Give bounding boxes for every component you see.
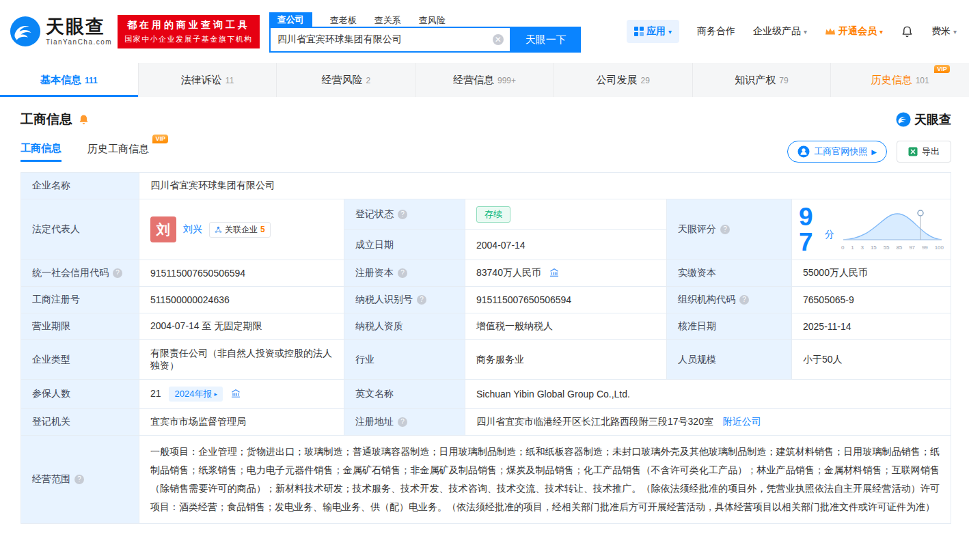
- subtab-business-info[interactable]: 工商信息: [21, 142, 62, 162]
- vip-badge: VIP: [152, 135, 168, 143]
- related-companies-badge[interactable]: 关联企业 5: [209, 222, 271, 238]
- search-tab-boss[interactable]: 查老板: [330, 14, 357, 27]
- insured-count-value: 21: [150, 388, 161, 399]
- address-cell: 四川省宜宾市临港经开区长江北路西段附三段17号320室 附近公司: [465, 409, 951, 436]
- nav-open-vip[interactable]: 开通会员 ▾: [825, 25, 883, 38]
- nav-user[interactable]: 费米 ▾: [931, 25, 957, 38]
- search-tab-risk[interactable]: 查风险: [419, 14, 446, 27]
- nearby-companies-link[interactable]: 附近公司: [723, 416, 761, 427]
- annual-report-badge[interactable]: 2024年报 ▸: [169, 387, 222, 402]
- search-tab-relation[interactable]: 查关系: [374, 14, 401, 27]
- subscribe-bell-icon[interactable]: [78, 114, 90, 126]
- establish-date-label: 成立日期: [344, 230, 465, 260]
- search-button[interactable]: 天眼一下: [511, 27, 581, 53]
- english-name-value: Sichuan Yibin Global Group Co.,Ltd.: [465, 380, 951, 409]
- reg-number-label: 工商注册号: [21, 287, 139, 313]
- taxpayer-quality-label: 纳税人资质: [344, 313, 465, 340]
- legal-rep-link[interactable]: 刘兴: [183, 223, 202, 236]
- nav-cooperation[interactable]: 商务合作: [697, 25, 735, 38]
- tianyan-score-cell[interactable]: 97 分 0131555859799100: [792, 199, 951, 260]
- nav-enterprise-products[interactable]: 企业级产品 ▾: [753, 25, 807, 38]
- search-input[interactable]: [271, 34, 510, 45]
- tab-intellectual-property[interactable]: 知识产权79: [693, 63, 832, 97]
- help-icon[interactable]: ?: [398, 210, 407, 219]
- subtab-row: 工商信息 历史工商信息 VIP 工商官网快照 ▶ 导出: [0, 132, 969, 169]
- industry-value: 商务服务业: [465, 340, 667, 380]
- capital-history-icon[interactable]: [549, 268, 559, 277]
- nav-apps[interactable]: 应用 ▾: [627, 20, 679, 43]
- official-snapshot-button[interactable]: 工商官网快照 ▶: [787, 141, 887, 163]
- taxpayer-id-label-cell: 纳税人识别号?: [344, 287, 465, 313]
- excel-icon: [908, 147, 918, 156]
- reg-capital-cell: 83740万人民币: [465, 260, 667, 287]
- status-value-cell: 存续: [465, 199, 667, 230]
- help-icon[interactable]: ?: [417, 295, 426, 305]
- chevron-down-icon: ▾: [804, 28, 807, 36]
- taxpayer-quality-value: 增值税一般纳税人: [465, 313, 667, 340]
- tab-business-info[interactable]: 经营信息999+: [415, 63, 554, 97]
- grid-icon: [634, 27, 644, 36]
- help-icon[interactable]: ?: [739, 295, 749, 305]
- vip-badge: VIP: [934, 65, 950, 74]
- help-icon[interactable]: ?: [74, 475, 84, 484]
- slogan-line1: 都在用的商业查询工具: [124, 19, 253, 31]
- tab-business-risk[interactable]: 经营风险2: [277, 63, 415, 97]
- uscc-value: 915115007650506594: [139, 260, 344, 287]
- tab-history-info[interactable]: 历史信息101 VIP: [831, 63, 969, 97]
- tianyancha-logo-icon: [10, 16, 41, 47]
- reg-capital-value: 83740万人民币: [476, 267, 541, 278]
- score-label-cell: 天眼评分?: [667, 199, 792, 260]
- help-icon[interactable]: ?: [113, 268, 122, 278]
- relation-graph-icon: [215, 226, 222, 234]
- clear-search-icon[interactable]: ✕: [493, 34, 504, 45]
- help-icon[interactable]: ?: [398, 417, 407, 427]
- business-info-table: 企业名称 四川省宜宾环球集团有限公司 法定代表人 刘 刘兴: [21, 172, 951, 524]
- legal-rep-cell: 刘 刘兴 关联企业 5: [139, 199, 344, 260]
- approval-date-value: 2025-11-14: [792, 313, 951, 340]
- score-value: 97: [799, 204, 819, 255]
- help-icon[interactable]: ?: [720, 225, 730, 234]
- score-chart: 0131555859799100: [841, 208, 944, 251]
- english-name-label: 英文名称: [344, 380, 465, 409]
- section-title: 工商信息: [21, 111, 72, 128]
- reg-capital-label-cell: 注册资本?: [344, 260, 465, 287]
- legal-rep-label: 法定代表人: [21, 199, 139, 260]
- business-term-value: 2004-07-14 至 无固定期限: [139, 313, 344, 340]
- approval-date-label: 核准日期: [667, 313, 792, 340]
- tab-legal-litigation[interactable]: 法律诉讼11: [139, 63, 277, 97]
- tab-company-development[interactable]: 公司发展29: [554, 63, 693, 97]
- address-value: 四川省宜宾市临港经开区长江北路西段附三段17号320室: [476, 416, 713, 427]
- paid-capital-value: 55000万人民币: [792, 260, 951, 287]
- search-area: 查公司 查老板 查关系 查风险 ✕ 天眼一下: [269, 10, 581, 53]
- tianyancha-logo[interactable]: 天眼查 TianYanCha.com: [10, 16, 112, 47]
- arrow-right-icon: ▸: [214, 391, 217, 397]
- insured-history-icon[interactable]: [231, 389, 241, 398]
- registration-authority-value: 宜宾市市场监督管理局: [139, 409, 344, 436]
- subtab-history-business-info[interactable]: 历史工商信息 VIP: [87, 143, 149, 160]
- search-tab-company[interactable]: 查公司: [269, 12, 312, 27]
- registration-authority-label: 登记机关: [21, 409, 139, 436]
- industry-label: 行业: [344, 340, 465, 380]
- legal-rep-avatar[interactable]: 刘: [150, 216, 176, 242]
- export-button[interactable]: 导出: [897, 141, 951, 163]
- staff-size-value: 小于50人: [792, 340, 951, 380]
- business-scope-label-cell: 经营范围?: [21, 436, 139, 524]
- top-nav: 应用 ▾ 商务合作 企业级产品 ▾ 开通会员 ▾ 费米 ▾: [627, 20, 957, 43]
- company-type-label: 企业类型: [21, 340, 139, 380]
- section-header: 工商信息 天眼查: [0, 97, 969, 132]
- notification-bell-icon[interactable]: [901, 25, 914, 38]
- tab-basic-info[interactable]: 基本信息111: [0, 63, 139, 97]
- company-type-value: 有限责任公司（非自然人投资或控股的法人独资）: [139, 340, 344, 380]
- section-watermark-logo: 天眼查: [896, 111, 951, 128]
- company-section-tabs: 基本信息111 法律诉讼11 经营风险2 经营信息999+ 公司发展29 知识产…: [0, 63, 969, 97]
- brand-name: 天眼查: [46, 18, 112, 36]
- reg-number-value: 511500000024636: [139, 287, 344, 313]
- score-unit: 分: [825, 229, 834, 241]
- insured-count-cell: 21 2024年报 ▸: [139, 380, 344, 409]
- help-icon[interactable]: ?: [398, 268, 407, 278]
- status-label-cell: 登记状态?: [344, 199, 465, 230]
- company-name-label: 企业名称: [21, 173, 139, 199]
- insured-count-label: 参保人数: [21, 380, 139, 409]
- search-tabs: 查公司 查老板 查关系 查风险: [269, 10, 581, 27]
- score-axis: 0131555859799100: [841, 244, 944, 251]
